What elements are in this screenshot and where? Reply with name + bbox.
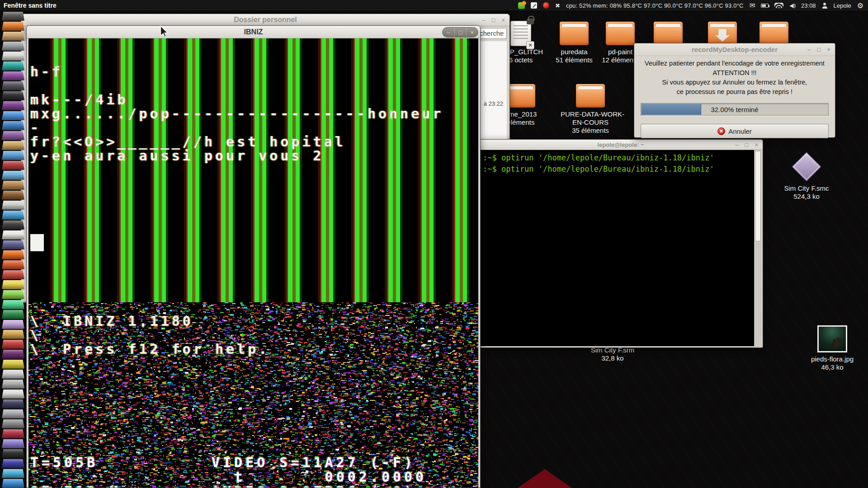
dock-icon[interactable] <box>2 131 24 140</box>
dock-icon[interactable] <box>2 320 24 329</box>
mail-icon[interactable]: ✉ <box>750 1 755 9</box>
search-input[interactable]: cherche <box>477 28 507 39</box>
dock-icon[interactable] <box>2 419 24 428</box>
window-title: recordMyDesktop-encoder <box>692 46 778 53</box>
minimize-button[interactable]: – <box>482 17 485 23</box>
volume-icon[interactable]: ◀)) <box>789 3 795 9</box>
dock-icon[interactable] <box>2 121 24 130</box>
dock-icon[interactable] <box>2 370 24 379</box>
notes-icon[interactable] <box>531 2 537 9</box>
dock-icon[interactable] <box>2 449 24 458</box>
user-icon[interactable] <box>822 3 828 9</box>
dock-icon[interactable] <box>2 161 24 170</box>
dock-icon[interactable] <box>2 270 24 279</box>
close-button[interactable]: × <box>501 17 505 23</box>
maximize-button[interactable]: □ <box>817 46 821 53</box>
dock-icon[interactable] <box>2 350 24 359</box>
dock-icon[interactable] <box>2 171 24 180</box>
dock-icon[interactable] <box>2 360 24 369</box>
terminal-titlebar[interactable]: lepole@lepole: ~ – □ × <box>479 140 763 150</box>
dock-icon[interactable] <box>2 459 24 468</box>
maximize-button[interactable]: □ <box>745 141 749 148</box>
dock-icon[interactable] <box>2 81 24 90</box>
gear-icon[interactable]: ⚙ <box>857 1 863 10</box>
record-icon[interactable] <box>543 2 549 9</box>
dock-icon[interactable] <box>2 409 24 418</box>
close-button[interactable]: × <box>466 28 478 37</box>
minimize-button[interactable]: – <box>807 46 811 53</box>
dock-icon[interactable] <box>2 429 24 438</box>
dock-icon[interactable] <box>2 101 24 110</box>
desktop-icon-puredata[interactable]: puredata 51 éléments <box>549 22 599 64</box>
dock-icon[interactable] <box>2 211 24 220</box>
dock-icon[interactable] <box>2 310 24 319</box>
dock-icon[interactable] <box>2 201 24 210</box>
dock-icon[interactable] <box>2 22 24 31</box>
window-title: lepole@lepole: ~ <box>597 141 644 148</box>
messenger-icon[interactable] <box>518 2 525 9</box>
dock-icon[interactable] <box>2 439 24 448</box>
dock-icon[interactable] <box>2 399 24 408</box>
dock-icon[interactable] <box>2 32 24 41</box>
window-title: IBNIZ <box>244 28 263 36</box>
dock-icon[interactable] <box>2 71 24 80</box>
close-button[interactable]: × <box>827 46 830 53</box>
dock-icon[interactable] <box>2 250 24 259</box>
clock[interactable]: 23:08 <box>801 2 816 9</box>
dock-icon[interactable] <box>2 330 24 339</box>
encoder-titlebar[interactable]: recordMyDesktop-encoder – □ × <box>634 43 835 56</box>
cancel-button[interactable]: ✕ Annuler <box>641 124 829 138</box>
dock-icon[interactable] <box>2 111 24 120</box>
editor-line <box>30 79 443 93</box>
desktop-icon-pure-data-work[interactable]: PURE-DATA-WORK- EN-COURS 35 éléments <box>561 84 620 135</box>
terminal-output[interactable]: :~$ optirun '/home/lepole/Bureau/ibniz-1… <box>480 150 754 346</box>
dock-icon[interactable] <box>2 221 24 230</box>
desktop-icon-sim-city-smc[interactable]: Sim City F.smc 524,3 ko <box>777 153 836 201</box>
scrollbar-thumb[interactable] <box>755 151 761 241</box>
file-manager-titlebar[interactable]: Dossier personnel – □ × <box>21 14 509 26</box>
system-monitor-text[interactable]: cpu: 52% mem: 08% 95.8°C 97.0°C 90.0°C 9… <box>566 2 744 9</box>
icon-sublabel: 51 éléments <box>549 56 599 64</box>
dock-icon[interactable] <box>2 280 24 289</box>
editor-line: - <box>30 121 443 135</box>
dock-icon[interactable] <box>2 42 24 51</box>
file-modified-time: à 23:22 <box>484 100 503 107</box>
minimize-button[interactable]: – <box>735 141 738 148</box>
maximize-button[interactable]: □ <box>492 17 495 23</box>
dock-icon[interactable] <box>2 389 24 399</box>
dock-icon[interactable] <box>2 230 24 239</box>
desktop-icon-sim-city-srm[interactable]: Sim City F.srm 32,8 ko <box>588 346 637 362</box>
dock-icon[interactable] <box>2 260 24 269</box>
dock-icon[interactable] <box>2 300 24 309</box>
dock-icon[interactable] <box>2 240 24 249</box>
dock-icon[interactable] <box>2 340 24 349</box>
dock-icon[interactable] <box>2 181 24 190</box>
ibniz-titlebar[interactable]: IBNIZ – □ × <box>27 26 480 38</box>
dock-icon[interactable] <box>2 61 24 70</box>
dock-icon[interactable] <box>2 380 24 389</box>
dock-icon[interactable] <box>2 290 24 299</box>
dock-icon[interactable] <box>2 191 24 200</box>
ibniz-canvas[interactable]: h-fmk---/4ibmxg....../pop---------------… <box>28 38 478 488</box>
dock-icon[interactable] <box>2 151 24 160</box>
cross-icon[interactable]: ✖ <box>555 2 560 9</box>
minimize-button[interactable]: – <box>443 28 454 37</box>
dock-icon[interactable] <box>2 479 24 488</box>
dock-icon[interactable] <box>2 12 24 21</box>
dock-icon[interactable] <box>2 141 24 150</box>
editor-line: y-en aura aussi pour vous 2 <box>30 149 443 163</box>
user-name[interactable]: Lepole <box>834 2 851 9</box>
dock-icon[interactable] <box>2 52 24 61</box>
dock-icon[interactable] <box>2 469 24 478</box>
wifi-icon[interactable] <box>774 3 783 8</box>
message-line: ATTENTION !!! <box>641 68 829 78</box>
menubar-window-title: Fenêtre sans titre <box>4 2 57 9</box>
terminal-line: :~$ optirun '/home/lepole/Bureau/ibniz-1… <box>483 164 754 175</box>
terminal-window: lepole@lepole: ~ – □ × :~$ optirun '/hom… <box>478 139 763 348</box>
scrollbar[interactable] <box>754 150 761 346</box>
desktop-icon-pieds-flora[interactable]: pieds-flora.jpg 46,3 ko <box>803 325 862 371</box>
close-button[interactable]: × <box>755 141 758 148</box>
maximize-button[interactable]: □ <box>454 28 466 37</box>
dock-icon[interactable] <box>2 91 24 100</box>
battery-icon[interactable] <box>761 4 769 8</box>
